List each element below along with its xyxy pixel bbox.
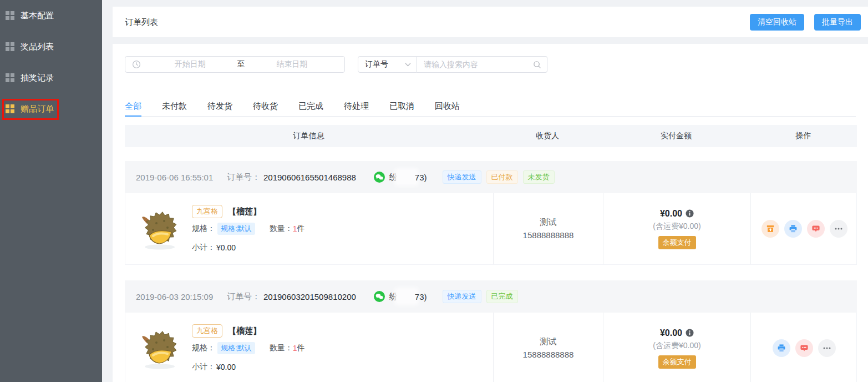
info-icon[interactable] (686, 329, 694, 337)
grid-icon (6, 11, 14, 20)
action-print-button[interactable] (784, 220, 802, 238)
buyer-name-suffix: 73) (415, 292, 427, 301)
status-tags: 快递发送已完成 (443, 290, 518, 303)
filter-row: 开始日期 至 结束日期 订单号 (125, 56, 547, 73)
receiver-name: 测试 (540, 215, 557, 229)
status-tag: 未发货 (523, 170, 555, 184)
action-ship-button[interactable] (762, 220, 779, 238)
paid-amount: ¥0.00 (660, 209, 682, 219)
grid-icon (6, 73, 14, 82)
tab-item[interactable]: 待发货 (207, 97, 232, 116)
status-tag: 快递发送 (443, 170, 481, 184)
action-print-button[interactable] (773, 339, 790, 357)
actions-cell (750, 193, 857, 264)
order-block: 2019-06-06 16:55:01订单号：20190606165501468… (125, 161, 857, 265)
buyer-name-blur (397, 170, 417, 184)
date-start-placeholder: 开始日期 (144, 59, 236, 69)
receiver-phone: 15888888888 (523, 348, 574, 361)
sidebar: 基本配置奖品列表抽奖记录赠品订单 (0, 0, 102, 382)
buyer-name-suffix: 73) (415, 173, 427, 182)
action-message-button[interactable] (807, 220, 825, 238)
product-image-durian (136, 326, 181, 370)
order-number: 20190606165501468988 (263, 173, 356, 182)
search-group: 订单号 (358, 56, 547, 73)
spec-tag: 规格:默认 (217, 342, 255, 354)
buyer-name-blur (397, 290, 417, 303)
tab-item[interactable]: 待收货 (253, 97, 278, 116)
tab-item[interactable]: 待处理 (344, 97, 369, 116)
receiver-cell: 测试15888888888 (493, 193, 603, 264)
order-no-label: 订单号： (227, 291, 260, 302)
payment-method-tag: 余额支付 (658, 355, 696, 369)
tab-item[interactable]: 已完成 (298, 97, 323, 116)
tab-item[interactable]: 未付款 (162, 97, 187, 116)
receiver-cell: 测试15888888888 (493, 313, 603, 382)
order-header: 2019-06-03 20:15:09订单号：20190603201509810… (125, 280, 857, 313)
search-input[interactable] (424, 60, 533, 69)
product-spec-line: 规格：规格:默认数量：1件 (192, 223, 304, 235)
table-header: 订单信息收货人实付金额操作 (125, 125, 857, 147)
clear-recycle-button[interactable]: 清空回收站 (750, 14, 804, 31)
status-tag: 已完成 (486, 290, 518, 303)
order-body: 九宫格【榴莲】规格：规格:默认数量：1件小计：¥0.00测试1588888888… (125, 313, 857, 382)
sidebar-item[interactable]: 基本配置 (0, 0, 102, 31)
search-icon[interactable] (533, 61, 541, 69)
batch-export-button[interactable]: 批量导出 (814, 14, 861, 31)
payment-method-tag: 余额支付 (658, 236, 696, 249)
quantity-label: 数量： (270, 343, 293, 353)
order-no-label: 订单号： (227, 172, 260, 183)
product-title-line: 九宫格【榴莲】 (192, 324, 304, 338)
order-time: 2019-06-03 20:15:09 (136, 292, 218, 301)
tab-item[interactable]: 已取消 (389, 97, 414, 116)
product-badge: 九宫格 (192, 205, 222, 218)
search-type-value: 订单号 (365, 59, 388, 69)
product-badge: 九宫格 (192, 324, 222, 338)
quantity-unit: 件 (297, 343, 304, 353)
freight-note: (含运费¥0.00) (653, 222, 701, 232)
product-spec-line: 规格：规格:默认数量：1件 (192, 342, 304, 354)
action-message-button[interactable] (795, 339, 813, 357)
info-icon[interactable] (686, 209, 694, 218)
action-more-button[interactable] (818, 339, 836, 357)
tab-active[interactable]: 全部 (125, 97, 141, 116)
chevron-down-icon (405, 63, 411, 67)
payment-cell: ¥0.00(含运费¥0.00)余额支付 (603, 313, 750, 382)
paid-amount-row: ¥0.00 (660, 328, 694, 338)
grid-icon (6, 104, 14, 113)
wechat-icon (374, 291, 385, 302)
order-header: 2019-06-06 16:55:01订单号：20190606165501468… (125, 161, 857, 193)
sidebar-item[interactable]: 奖品列表 (0, 31, 102, 62)
receiver-name: 测试 (540, 335, 557, 348)
page-title: 订单列表 (125, 17, 158, 27)
search-type-select[interactable]: 订单号 (358, 56, 417, 73)
actions-cell (750, 313, 857, 382)
status-tag: 快递发送 (443, 290, 481, 303)
product-title-line: 九宫格【榴莲】 (192, 205, 304, 218)
sidebar-item[interactable]: 赠品订单 (0, 93, 102, 124)
quantity-label: 数量： (270, 224, 293, 234)
tab-item[interactable]: 回收站 (435, 97, 460, 116)
order-list-panel: 开始日期 至 结束日期 订单号 全部未付款待发货待收 (113, 44, 868, 382)
order-time: 2019-06-06 16:55:01 (136, 173, 218, 182)
status-tags: 快递发送已付款未发货 (443, 170, 555, 184)
column-header: 收货人 (493, 131, 602, 141)
sidebar-item-label: 奖品列表 (21, 42, 54, 52)
freight-note: (含运费¥0.00) (653, 341, 701, 351)
buyer-name: 纷73) (389, 170, 427, 184)
header-actions: 清空回收站 批量导出 (750, 14, 861, 31)
date-range-picker[interactable]: 开始日期 至 结束日期 (125, 56, 345, 73)
status-tabs: 全部未付款待发货待收货已完成待处理已取消回收站 (125, 97, 856, 117)
order-body: 九宫格【榴莲】规格：规格:默认数量：1件小计：¥0.00测试1588888888… (125, 193, 857, 265)
page-header: 订单列表 清空回收站 批量导出 (113, 7, 868, 37)
column-header: 订单信息 (125, 131, 493, 141)
product-name: 【榴莲】 (228, 326, 261, 336)
sidebar-item[interactable]: 抽奖记录 (0, 62, 102, 93)
wechat-icon (374, 172, 385, 183)
product-image-durian (136, 207, 181, 251)
order-info-cell: 九宫格【榴莲】规格：规格:默认数量：1件小计：¥0.00 (125, 193, 493, 264)
subtotal-value: ¥0.00 (216, 243, 236, 252)
paid-amount: ¥0.00 (660, 328, 682, 338)
clock-icon (132, 60, 141, 69)
action-more-button[interactable] (830, 220, 847, 238)
date-separator: 至 (237, 59, 245, 69)
